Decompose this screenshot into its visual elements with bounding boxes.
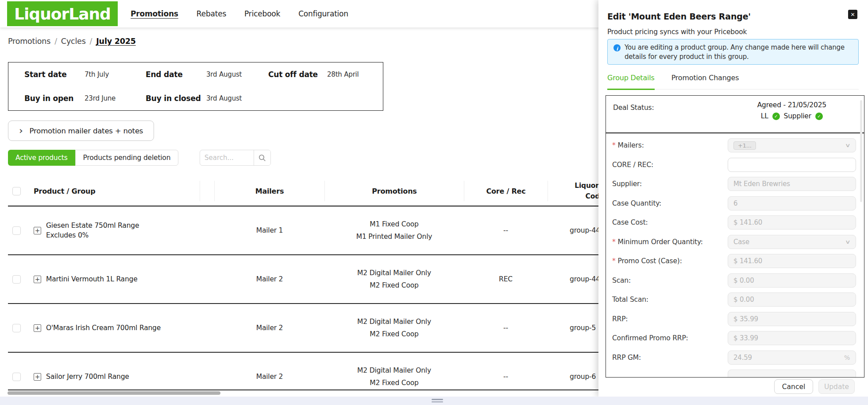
- nav-item-promotions[interactable]: Promotions: [131, 9, 178, 18]
- deal-status-label: Deal Status:: [613, 104, 654, 112]
- horizontal-scrollbar[interactable]: [8, 391, 220, 395]
- expand-group-icon[interactable]: +: [34, 276, 41, 283]
- ll-approved-check-icon: ✓: [772, 113, 780, 120]
- field-label: Case Cost:: [612, 218, 648, 226]
- partial-clipped-input[interactable]: [728, 370, 856, 378]
- expand-group-icon[interactable]: +: [34, 373, 41, 381]
- total-scan-input[interactable]: $ 0.00: [728, 292, 856, 307]
- row-checkbox[interactable]: [12, 275, 21, 284]
- table-row[interactable]: + Sailor Jerry 700ml Range Mailer 2 M2 D…: [8, 353, 642, 390]
- supplier-input[interactable]: Mt Eden Brewries: [728, 177, 856, 191]
- field-label: RRP GM:: [612, 354, 641, 362]
- row-mailers: Mailer 1: [215, 226, 324, 234]
- field-label: CORE / REC:: [612, 161, 653, 169]
- minimum-order-quantity-select[interactable]: Case ∨: [728, 235, 856, 249]
- breadcrumb-cycles[interactable]: Cycles: [61, 37, 86, 46]
- table-header-row: Product / Group Mailers Promotions Core …: [8, 176, 642, 206]
- tab-group-details[interactable]: Group Details: [607, 74, 655, 90]
- field-label: RRP:: [612, 315, 628, 323]
- case-cost-input[interactable]: $ 141.60: [728, 215, 856, 230]
- start-date-label: Start date: [24, 70, 85, 79]
- scan-input[interactable]: $ 0.00: [728, 273, 856, 288]
- rrp-gm-input[interactable]: 24.59 %: [728, 350, 856, 365]
- chevron-down-icon: ∨: [845, 239, 851, 245]
- cancel-button[interactable]: Cancel: [774, 379, 813, 394]
- row-promotions: M2 Digital Mailer Only M2 Fixed Coop: [324, 364, 464, 389]
- form-vertical-scrollbar[interactable]: [860, 100, 862, 202]
- field-row-case-quantity: Case Quantity: 6: [612, 196, 856, 210]
- case-quantity-input[interactable]: 6: [728, 196, 856, 210]
- field-label: Supplier:: [612, 180, 642, 188]
- column-header-product-group: Product / Group: [25, 181, 200, 201]
- supplier-approved-check-icon: ✓: [815, 113, 823, 120]
- row-checkbox[interactable]: [12, 373, 21, 381]
- chevron-down-icon: ∨: [845, 142, 851, 148]
- confirmed-promo-rrp-input[interactable]: $ 33.99: [728, 331, 856, 345]
- field-row-partial: [612, 370, 856, 378]
- product-group-name: O'Maras Irish Cream 700ml Range: [46, 323, 161, 333]
- promo-cost-input[interactable]: $ 141.60: [728, 254, 856, 268]
- nav-item-configuration[interactable]: Configuration: [298, 9, 348, 18]
- row-mailers: Mailer 2: [215, 373, 324, 381]
- field-label: Case Quantity:: [612, 199, 661, 207]
- group-details-form: Deal Status: Agreed - 21/05/2025 LL ✓ Su…: [606, 95, 864, 378]
- field-row-rrp: RRP: $ 35.99: [612, 312, 856, 326]
- panel-subtitle: Product pricing syncs with your Priceboo…: [607, 28, 747, 36]
- end-date-value: 3rd August: [206, 70, 268, 78]
- search-button[interactable]: [254, 150, 270, 166]
- liquorland-logo[interactable]: LiquorLand: [7, 1, 118, 26]
- search-icon: [258, 154, 266, 162]
- select-all-checkbox[interactable]: [12, 187, 21, 195]
- table-row[interactable]: + Martini Vermouth 1L Range Mailer 2 M2 …: [8, 255, 642, 304]
- row-mailers: Mailer 2: [215, 324, 324, 332]
- column-header-promotions: Promotions: [324, 181, 464, 201]
- edit-product-group-panel: Edit 'Mount Eden Beers Range' ✕ Product …: [598, 0, 868, 397]
- close-icon: ✕: [851, 12, 855, 18]
- expand-group-icon[interactable]: +: [34, 324, 41, 332]
- field-row-supplier: Supplier: Mt Eden Brewries: [612, 177, 856, 191]
- cycle-dates-box: Start date 7th July End date 3rd August …: [8, 62, 383, 111]
- field-label: Mailers:: [618, 141, 644, 149]
- row-core-rec: REC: [464, 275, 548, 283]
- buy-in-open-value: 23rd June: [85, 94, 146, 102]
- resize-handle-icon[interactable]: [432, 399, 443, 402]
- product-filter-tabs: Active products Products pending deletio…: [8, 150, 178, 166]
- product-group-name: Giesen Estate 750ml Range Excludes 0%: [46, 221, 170, 241]
- breadcrumb-promotions[interactable]: Promotions: [8, 37, 50, 46]
- buy-in-closed-label: Buy in closed: [146, 94, 206, 103]
- field-row-mailers: * Mailers: +1... ∨: [612, 138, 856, 152]
- update-button[interactable]: Update: [818, 379, 855, 394]
- product-group-name: Martini Vermouth 1L Range: [46, 274, 138, 284]
- close-panel-button[interactable]: ✕: [848, 10, 857, 19]
- breadcrumb: Promotions / Cycles / July 2025: [8, 37, 136, 46]
- row-checkbox[interactable]: [12, 324, 21, 332]
- nav-item-rebates[interactable]: Rebates: [197, 9, 226, 18]
- core-rec-input[interactable]: [728, 158, 856, 172]
- breadcrumb-current-cycle: July 2025: [96, 37, 135, 46]
- row-mailers: Mailer 2: [215, 275, 324, 283]
- row-promotions: M1 Fixed Coop M1 Printed Mailer Only: [324, 218, 464, 243]
- percent-suffix: %: [844, 354, 850, 361]
- field-label: Total Scan:: [612, 296, 648, 304]
- tab-products-pending-deletion[interactable]: Products pending deletion: [75, 150, 179, 166]
- group-edit-info-banner: i You are editing a product group. Any c…: [607, 39, 859, 65]
- deal-ll-label: LL: [761, 112, 768, 120]
- tab-promotion-changes[interactable]: Promotion Changes: [671, 74, 739, 89]
- required-asterisk: *: [612, 141, 616, 149]
- promotion-mailer-notes-toggle[interactable]: › Promotion mailer dates + notes: [8, 121, 154, 141]
- table-row[interactable]: + Giesen Estate 750ml Range Excludes 0% …: [8, 206, 642, 255]
- mailers-select[interactable]: +1... ∨: [728, 138, 856, 152]
- deal-status-value: Agreed - 21/05/2025: [757, 101, 826, 109]
- search-input[interactable]: [200, 154, 254, 162]
- app-root: LiquorLand Promotions Rebates Pricebook …: [0, 0, 868, 405]
- table-row[interactable]: + O'Maras Irish Cream 700ml Range Mailer…: [8, 304, 642, 353]
- row-checkbox[interactable]: [12, 226, 21, 235]
- tab-active-products[interactable]: Active products: [8, 150, 75, 166]
- row-promotions: M2 Digital Mailer Only M2 Fixed Coop: [324, 267, 464, 292]
- cut-off-date-value: 28th April: [327, 70, 383, 78]
- expand-group-icon[interactable]: +: [34, 227, 41, 234]
- nav-item-pricebook[interactable]: Pricebook: [244, 9, 280, 18]
- rrp-input[interactable]: $ 35.99: [728, 312, 856, 326]
- column-header-mailers: Mailers: [215, 181, 324, 201]
- deal-supplier-label: Supplier: [784, 112, 811, 120]
